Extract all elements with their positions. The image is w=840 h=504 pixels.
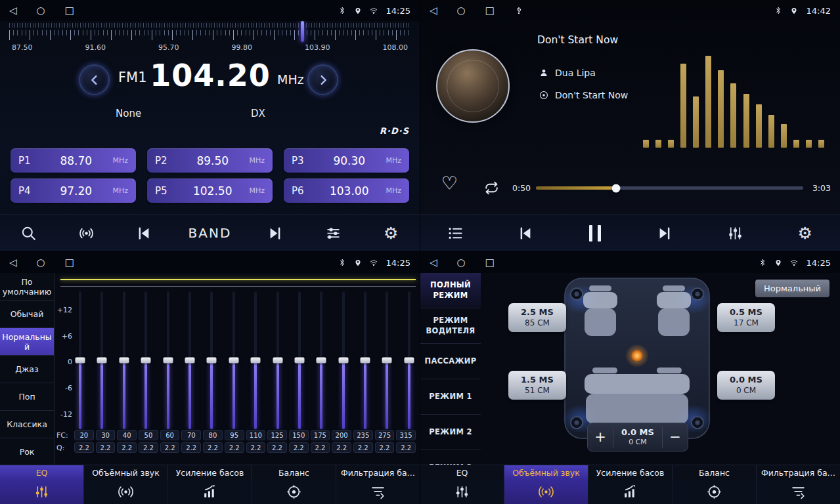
- mode-driver[interactable]: РЕЖИМ ВОДИТЕЛЯ: [420, 308, 481, 344]
- recents-button[interactable]: □: [485, 6, 495, 16]
- eq-band-slider[interactable]: [250, 291, 261, 429]
- slider-handle[interactable]: [207, 358, 217, 364]
- back-button[interactable]: ◁: [9, 258, 17, 268]
- front-left-delay-button[interactable]: 2.5 MS 85 CM: [508, 303, 566, 332]
- rear-right-delay-button[interactable]: 0.0 MS 0 CM: [717, 371, 775, 400]
- slider-handle[interactable]: [97, 358, 107, 364]
- preset-button-p2[interactable]: P2 89.50 MHz: [147, 148, 273, 173]
- eq-band-slider[interactable]: [229, 291, 239, 429]
- slider-handle[interactable]: [404, 358, 414, 364]
- eq-band-slider[interactable]: [75, 291, 85, 429]
- tune-up-button[interactable]: [307, 64, 338, 95]
- eq-preset-rock[interactable]: Рок: [0, 438, 54, 466]
- balance-tab-icon-button[interactable]: [673, 480, 757, 504]
- eq-preset-default[interactable]: По умолчанию: [0, 273, 54, 301]
- preset-button-p4[interactable]: P4 97.20 MHz: [11, 178, 136, 203]
- slider-handle[interactable]: [294, 358, 304, 364]
- recents-button[interactable]: □: [485, 258, 495, 268]
- front-right-delay-button[interactable]: 0.5 MS 17 CM: [717, 303, 775, 332]
- mode-full[interactable]: ПОЛНЫЙ РЕЖИМ: [420, 273, 481, 308]
- eq-band-slider[interactable]: [404, 291, 414, 429]
- eq-band-slider[interactable]: [294, 291, 305, 429]
- eq-band-slider[interactable]: [360, 291, 370, 429]
- tune-down-button[interactable]: [79, 64, 110, 95]
- slider-handle[interactable]: [273, 358, 282, 364]
- slider-handle[interactable]: [163, 358, 173, 364]
- eq-band-slider[interactable]: [316, 291, 326, 429]
- preset-button-p1[interactable]: P1 88.70 MHz: [11, 148, 136, 173]
- next-track-button[interactable]: [652, 224, 678, 242]
- eq-band-slider[interactable]: [382, 291, 392, 429]
- filter-tab-icon-button[interactable]: [336, 480, 420, 504]
- pause-button[interactable]: [582, 225, 608, 242]
- back-button[interactable]: ◁: [430, 6, 437, 16]
- tab-filter[interactable]: Фильтрация ба…: [336, 465, 420, 480]
- bass-boost-tab-icon-button[interactable]: [168, 480, 252, 504]
- eq-tab-icon-button[interactable]: [420, 480, 504, 504]
- eq-band-slider[interactable]: [185, 291, 195, 429]
- tab-bass-boost[interactable]: Усиление басов: [168, 465, 252, 480]
- eq-band-slider[interactable]: [119, 291, 129, 429]
- eq-preset-classic[interactable]: Классика: [0, 411, 54, 438]
- tab-balance[interactable]: Баланс: [252, 465, 336, 480]
- equalizer-button[interactable]: [321, 224, 347, 242]
- settings-button[interactable]: ⚙: [792, 225, 818, 242]
- slider-handle[interactable]: [251, 358, 261, 364]
- eq-preset-normal[interactable]: Нормальный: [0, 328, 54, 356]
- recents-button[interactable]: □: [65, 6, 74, 16]
- slider-handle[interactable]: [119, 358, 129, 364]
- back-button[interactable]: ◁: [9, 6, 17, 16]
- slider-handle[interactable]: [361, 358, 370, 364]
- eq-band-slider[interactable]: [338, 291, 349, 429]
- decrease-delay-button[interactable]: −: [663, 430, 688, 444]
- frequency-dial[interactable]: 87.50 91.60 95.70 99.80 103.90 108.00: [7, 23, 413, 54]
- tab-balance[interactable]: Баланс: [673, 465, 757, 480]
- broadcast-button[interactable]: [73, 224, 99, 242]
- eq-band-slider[interactable]: [273, 291, 283, 429]
- slider-handle[interactable]: [76, 358, 85, 364]
- progress-bar[interactable]: [536, 186, 803, 190]
- balance-tab-icon-button[interactable]: [252, 480, 336, 504]
- eq-preset-pop[interactable]: Поп: [0, 383, 54, 411]
- preset-button-p5[interactable]: P5 102.50 MHz: [147, 178, 273, 203]
- recents-button[interactable]: □: [65, 258, 74, 268]
- bass-boost-tab-icon-button[interactable]: [588, 480, 673, 504]
- progress-knob[interactable]: [612, 184, 621, 192]
- tab-surround-sound[interactable]: Объёмный звук: [504, 465, 588, 480]
- slider-handle[interactable]: [338, 358, 348, 364]
- previous-track-button[interactable]: [512, 224, 539, 242]
- preset-button-p3[interactable]: P3 90.30 MHz: [284, 148, 409, 173]
- preset-button-p6[interactable]: P6 103.00 MHz: [284, 178, 409, 203]
- slider-handle[interactable]: [382, 358, 392, 364]
- eq-preset-custom[interactable]: Обычай: [0, 301, 54, 328]
- slider-handle[interactable]: [229, 358, 238, 364]
- previous-station-button[interactable]: [131, 224, 157, 242]
- surround-tab-icon-button[interactable]: [84, 480, 168, 504]
- favorite-button[interactable]: ♡: [441, 175, 458, 193]
- eq-band-slider[interactable]: [163, 291, 173, 429]
- dial-indicator[interactable]: [301, 21, 304, 42]
- slider-handle[interactable]: [141, 358, 151, 364]
- surround-tab-icon-button[interactable]: [504, 480, 588, 504]
- tab-surround-sound[interactable]: Объёмный звук: [84, 465, 168, 480]
- home-button[interactable]: ○: [457, 258, 466, 268]
- tab-eq[interactable]: EQ: [420, 465, 504, 480]
- eq-preset-jazz[interactable]: Джаз: [0, 356, 54, 383]
- playlist-button[interactable]: [442, 224, 468, 242]
- next-station-button[interactable]: [263, 224, 289, 242]
- sound-preset-button[interactable]: Нормальный: [755, 280, 829, 297]
- mode-1[interactable]: РЕЖИМ 1: [420, 379, 481, 415]
- tab-bass-boost[interactable]: Усиление басов: [588, 465, 673, 480]
- rear-left-delay-button[interactable]: 1.5 MS 51 CM: [508, 371, 566, 400]
- mode-2[interactable]: РЕЖИМ 2: [420, 415, 481, 450]
- settings-button[interactable]: ⚙: [378, 225, 404, 242]
- home-button[interactable]: ○: [37, 6, 45, 16]
- scan-button[interactable]: [16, 224, 42, 242]
- tab-filter[interactable]: Фильтрация ба…: [757, 465, 840, 480]
- repeat-button[interactable]: [483, 180, 500, 196]
- tab-eq[interactable]: EQ: [0, 465, 84, 480]
- band-button[interactable]: BAND: [188, 225, 232, 241]
- home-button[interactable]: ○: [457, 6, 466, 16]
- slider-handle[interactable]: [185, 358, 194, 364]
- eq-band-slider[interactable]: [97, 291, 107, 429]
